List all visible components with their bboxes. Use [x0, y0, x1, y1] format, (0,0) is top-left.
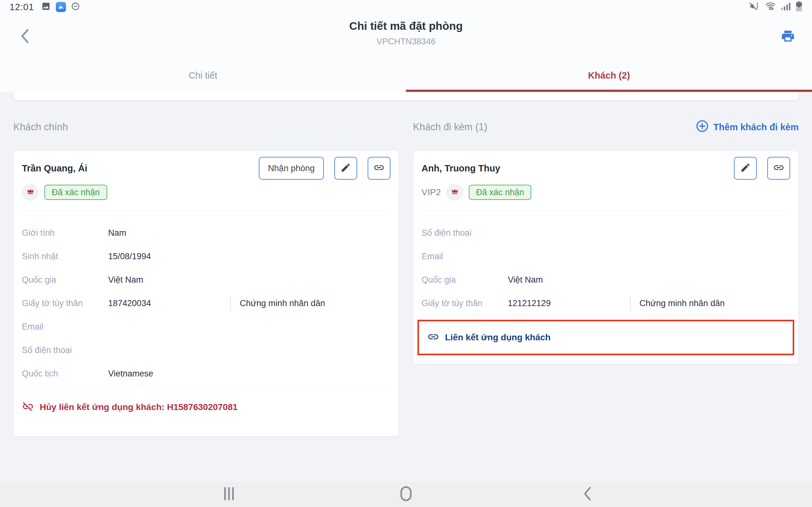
guest-name: Trần Quang, Ái [22, 163, 87, 174]
guest-name: Anh, Truong Thuy [421, 163, 500, 174]
wifi-icon [765, 2, 776, 12]
photo-notification-icon [41, 2, 51, 12]
header-titles: Chi tiết mã đặt phòng VPCHTN38346 [0, 20, 812, 47]
battery-charging-icon [796, 1, 803, 13]
divider [22, 211, 391, 211]
field-row-id-document: Giấy tờ tùy thân 121212129 Chứng minh nh… [421, 291, 790, 315]
plus-circle-icon [696, 120, 709, 135]
companion-card: Anh, Truong Thuy VIP2 [413, 151, 799, 364]
print-button[interactable] [778, 27, 798, 46]
field-value: 15/08/1994 [108, 251, 151, 262]
field-value: Việt Nam [508, 275, 543, 285]
field-row-phone: Số điện thoại [22, 338, 391, 362]
add-companion-button[interactable]: Thêm khách đi kèm [696, 120, 799, 135]
tab-chi-tiet[interactable]: Chi tiết [0, 59, 406, 92]
field-label: Quốc gia [22, 275, 108, 285]
loyalty-avatar [22, 184, 39, 201]
link-guest-app-label: Liên kết ứng dụng khách [445, 332, 551, 343]
section-title-main-guest: Khách chính [13, 121, 68, 133]
chain-link-icon [373, 162, 385, 175]
id-document-type: Chứng minh nhân dân [240, 298, 325, 308]
edit-companion-button[interactable] [734, 157, 757, 180]
field-label: Email [421, 251, 508, 262]
status-badge: Đã xác nhận [469, 185, 531, 200]
vip-level-label: VIP2 [421, 187, 441, 198]
edit-guest-button[interactable] [334, 157, 357, 180]
add-companion-label: Thêm khách đi kèm [713, 122, 799, 132]
field-label: Quốc gia [421, 275, 508, 285]
link-guest-button[interactable] [368, 157, 391, 180]
divider [22, 385, 391, 386]
main-guest-card: Trần Quang, Ái Nhận phòng [13, 151, 399, 437]
vertical-divider [230, 296, 231, 311]
status-bar: 12:01 [0, 0, 812, 14]
field-row-country: Quốc gia Việt Nam [22, 268, 391, 291]
status-time: 12:01 [9, 2, 34, 12]
tab-khach[interactable]: Khách (2) [406, 59, 812, 92]
system-status-icons [749, 1, 803, 13]
loyalty-avatar [446, 184, 463, 201]
chain-link-icon [773, 162, 784, 175]
companion-fields: Số điện thoại Email Quốc gia Việt Nam Gi… [421, 221, 790, 315]
scrolled-card-remnant [13, 92, 799, 101]
section-title-companion: Khách đi kèm (1) [413, 121, 487, 133]
field-value: 187420034 [108, 298, 230, 308]
printer-icon [780, 29, 795, 45]
tab-bar: Chi tiết Khách (2) [0, 59, 812, 92]
chain-link-off-icon [22, 400, 34, 414]
back-chevron-icon [583, 487, 592, 502]
field-label: Giấy tờ tùy thân [22, 298, 108, 308]
home-button[interactable] [398, 487, 414, 502]
field-row-email: Email [22, 315, 391, 338]
vertical-divider [630, 296, 630, 311]
field-label: Email [22, 322, 108, 332]
id-document-type: Chứng minh nhân dân [640, 298, 725, 308]
nav-back-button[interactable] [580, 487, 595, 502]
unlink-guest-app-button[interactable]: Hủy liên kết ứng dụng khách: H1587630207… [22, 400, 391, 414]
checkin-button[interactable]: Nhận phòng [259, 157, 324, 180]
field-row-gender: Giới tính Nam [22, 221, 391, 245]
link-companion-button[interactable] [767, 157, 790, 180]
field-row-nationality: Quốc tịch Vietnamese [22, 362, 391, 385]
field-row-phone: Số điện thoại [421, 221, 790, 245]
field-row-id-document: Giấy tờ tùy thân 187420034 Chứng minh nh… [22, 291, 391, 315]
field-label: Số điện thoại [421, 228, 508, 238]
signal-strength-icon [781, 2, 791, 12]
active-tab-underline [406, 90, 812, 92]
field-row-birthday: Sinh nhật 15/08/1994 [22, 245, 391, 268]
divider [421, 211, 790, 211]
field-row-country: Quốc gia Việt Nam [421, 268, 790, 291]
crown-icon [26, 187, 36, 198]
status-badge: Đã xác nhận [44, 185, 107, 200]
notification-icons [41, 2, 80, 12]
field-value: 121212129 [508, 298, 630, 308]
recents-icon [223, 487, 235, 502]
tab-label: Chi tiết [189, 70, 217, 81]
field-row-email: Email [421, 245, 790, 268]
main-guest-section: Khách chính Trần Quang, Ái Nhận phòng [13, 120, 399, 437]
companion-section: Khách đi kèm (1) Thêm khách đi kèm Anh, … [413, 120, 799, 364]
field-label: Quốc tịch [22, 369, 108, 379]
top-bar-region: 12:01 [0, 0, 812, 92]
crown-icon [450, 187, 460, 198]
do-not-disturb-icon [71, 2, 80, 12]
field-label: Sinh nhật [22, 251, 108, 262]
chain-link-icon [427, 331, 439, 344]
tab-label: Khách (2) [588, 70, 630, 81]
booking-code: VPCHTN38346 [0, 37, 812, 47]
pencil-icon [740, 162, 751, 174]
link-guest-app-row-highlighted[interactable]: Liên kết ứng dụng khách [417, 320, 794, 355]
pencil-icon [340, 162, 351, 174]
unlink-guest-app-label: Hủy liên kết ứng dụng khách: H1587630207… [40, 402, 238, 412]
app-header: Chi tiết mã đặt phòng VPCHTN38346 [0, 14, 812, 59]
main-guest-fields: Giới tính Nam Sinh nhật 15/08/1994 Quốc … [22, 221, 391, 385]
field-label: Số điện thoại [22, 345, 108, 355]
page-title: Chi tiết mã đặt phòng [0, 20, 812, 32]
recents-button[interactable] [221, 487, 237, 502]
field-label: Giới tính [22, 228, 108, 238]
divider [421, 315, 790, 315]
mute-vibrate-icon [749, 2, 760, 12]
home-icon [400, 486, 412, 503]
app-notification-icon [56, 2, 66, 12]
field-value: Việt Nam [108, 275, 143, 285]
